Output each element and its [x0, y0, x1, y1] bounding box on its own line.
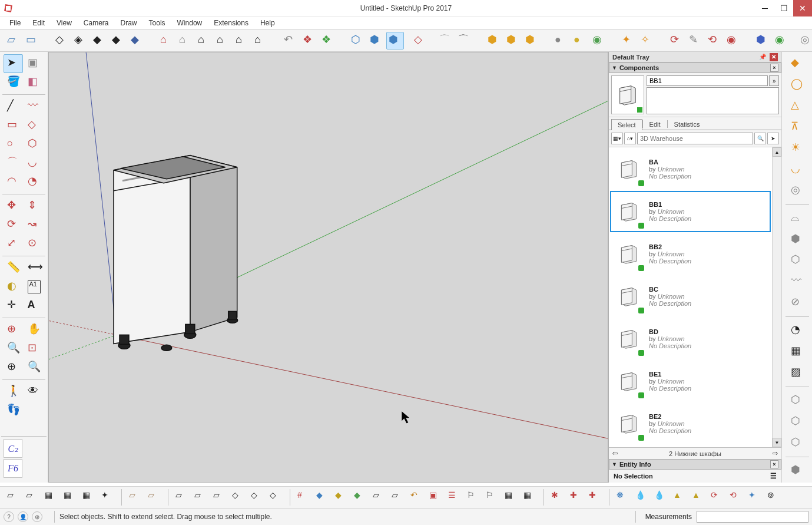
minimize-button[interactable]: ─ [755, 0, 774, 16]
cube-solid-icon[interactable]: ⬢ [367, 32, 385, 49]
dimension-tool-icon[interactable]: ⟷ [24, 259, 44, 278]
bt-17-icon[interactable]: ◆ [333, 488, 350, 506]
spark-1-icon[interactable]: ✦ [619, 32, 637, 49]
maximize-button[interactable]: ☐ [774, 0, 793, 16]
text-tool-icon[interactable]: A1 [24, 278, 44, 296]
rectangle-tool-icon[interactable]: ▭ [4, 116, 23, 135]
bt-24-icon[interactable]: ⚐ [465, 488, 482, 506]
bt-8-icon[interactable]: ▱ [145, 488, 163, 506]
close-button[interactable]: ✕ [793, 0, 812, 16]
offset-tool-icon[interactable]: ⊙ [24, 235, 44, 253]
edit-icon[interactable]: ✎ [687, 32, 704, 49]
bt-14-icon[interactable]: ◇ [267, 488, 285, 506]
bt-19-icon[interactable]: ▱ [370, 488, 388, 506]
rt-bowl-icon[interactable]: ◡ [787, 160, 807, 179]
status-geo-icon[interactable]: ⊕ [32, 511, 42, 522]
components-panel-header[interactable]: ▼ Components × [609, 62, 781, 73]
box-yellow-3-icon[interactable]: ⬢ [523, 32, 541, 49]
zoom-extents-tool-icon[interactable]: ⊕ [4, 358, 23, 377]
menu-draw[interactable]: Draw [115, 18, 143, 28]
walk-tool-icon[interactable]: 🚶 [4, 382, 23, 401]
bt-27-icon[interactable]: ▦ [521, 488, 539, 506]
bt-38-icon[interactable]: ✦ [746, 488, 764, 506]
view-wireframe-icon[interactable]: ◈ [72, 32, 90, 49]
nav-fwd-icon[interactable]: ⇨ [773, 450, 778, 457]
bt-15-icon[interactable]: # [295, 488, 313, 506]
menu-window[interactable]: Window [171, 18, 208, 28]
entity-info-close-icon[interactable]: × [770, 460, 778, 468]
pan-tool-icon[interactable]: ✋ [24, 321, 44, 339]
tray-close-icon[interactable]: ✕ [770, 53, 778, 61]
refresh-red-icon[interactable]: ⟳ [668, 32, 685, 49]
measure-input[interactable] [697, 511, 808, 523]
rt-obj4-icon[interactable]: 〰 [787, 272, 807, 291]
refresh-red-2-icon[interactable]: ⟲ [705, 32, 723, 49]
house-side-icon[interactable]: ⌂ [233, 32, 251, 49]
bt-16-icon[interactable]: ◆ [314, 488, 332, 506]
status-help-icon[interactable]: ? [4, 511, 14, 522]
list-item[interactable]: BE1 by Unknown No Description [610, 361, 771, 402]
zoom-window-tool-icon[interactable]: ⊡ [24, 339, 44, 358]
3dtext-tool-icon[interactable]: A [24, 296, 44, 315]
search-icon[interactable]: 🔍 [754, 133, 766, 144]
menu-edit[interactable]: Edit [26, 18, 51, 28]
bt-29-icon[interactable]: ✚ [568, 488, 585, 506]
scroll-down-icon[interactable]: ▼ [773, 438, 781, 447]
menu-help[interactable]: Help [254, 18, 281, 28]
bt-21-icon[interactable]: ↶ [408, 488, 426, 506]
model-icon[interactable]: ▦▾ [611, 133, 623, 144]
house-top-icon[interactable]: ⌂ [252, 32, 270, 49]
menu-camera[interactable]: Camera [78, 18, 115, 28]
logo-icon[interactable]: ◎ [800, 32, 812, 49]
component-tool-icon[interactable]: ▣ [24, 54, 44, 73]
rt-sel3-icon[interactable]: ▨ [787, 364, 807, 382]
bt-37-icon[interactable]: ⟲ [727, 488, 745, 506]
sphere-gray-icon[interactable]: ● [552, 32, 570, 49]
bt-4-icon[interactable]: ▦ [61, 488, 79, 506]
rt-box3-icon[interactable]: ⬡ [787, 434, 807, 453]
pushpull-tool-icon[interactable]: ⇕ [24, 197, 44, 216]
component-name-input[interactable] [647, 75, 768, 86]
rt-sun-icon[interactable]: ☀ [787, 139, 807, 158]
rt-sel2-icon[interactable]: ▦ [787, 342, 807, 361]
rt-sel1-icon[interactable]: ◔ [787, 321, 807, 340]
component-red-icon[interactable]: ❖ [300, 32, 318, 49]
menu-tools[interactable]: Tools [143, 18, 171, 28]
previous-tool-icon[interactable]: 🔍 [24, 358, 44, 377]
list-item[interactable]: BC by Unknown No Description [610, 276, 771, 317]
search-input[interactable] [637, 133, 753, 144]
list-item[interactable]: BE2 by Unknown No Description [610, 403, 771, 444]
rt-last-icon[interactable]: ⬢ [787, 461, 807, 480]
new-file-icon[interactable]: ▱ [5, 32, 22, 49]
pin-icon[interactable]: 📌 [758, 54, 767, 60]
rt-obj5-icon[interactable]: ⊘ [787, 293, 807, 312]
rt-obj1-icon[interactable]: ⌓ [787, 209, 807, 228]
scale-tool-icon[interactable]: ⤢ [4, 235, 23, 253]
bt-9-icon[interactable]: ▱ [173, 488, 191, 506]
freehand-tool-icon[interactable]: 〰 [24, 97, 44, 116]
bt-1-icon[interactable]: ▱ [5, 488, 22, 506]
arc2-tool-icon[interactable]: ◡ [24, 154, 44, 173]
rt-obj3-icon[interactable]: ⬡ [787, 252, 807, 270]
bt-5-icon[interactable]: ▦ [80, 488, 98, 506]
bt-32-icon[interactable]: 💧 [633, 488, 651, 506]
tape-tool-icon[interactable]: 📏 [4, 259, 23, 278]
paint-tool-icon[interactable]: 🪣 [4, 73, 23, 92]
rotate-tool-icon[interactable]: ⟳ [4, 216, 23, 235]
house-gray-icon[interactable]: ⌂ [177, 32, 194, 49]
orbit-tool-icon[interactable]: ⊕ [4, 321, 23, 339]
plugin-f6-icon[interactable]: F6 [4, 459, 22, 478]
component-list-scroll[interactable]: BA by Unknown No Description BB1 by Unkn… [609, 147, 772, 447]
spark-2-icon[interactable]: ✧ [638, 32, 656, 49]
nav-forward-icon[interactable]: ➤ [767, 133, 779, 144]
bt-25-icon[interactable]: ⚐ [483, 488, 501, 506]
bt-11-icon[interactable]: ▱ [211, 488, 228, 506]
arc-black-icon[interactable]: ⌒ [456, 32, 473, 49]
tab-statistics[interactable]: Statistics [668, 118, 707, 130]
tray-header[interactable]: Default Tray 📌 ✕ [609, 52, 781, 62]
list-item[interactable]: BA by Unknown No Description [610, 148, 771, 190]
box-yellow-1-icon[interactable]: ⬢ [485, 32, 503, 49]
undo-icon[interactable]: ↶ [281, 32, 299, 49]
view-shaded-icon[interactable]: ◆ [91, 32, 108, 49]
bt-26-icon[interactable]: ▦ [502, 488, 520, 506]
